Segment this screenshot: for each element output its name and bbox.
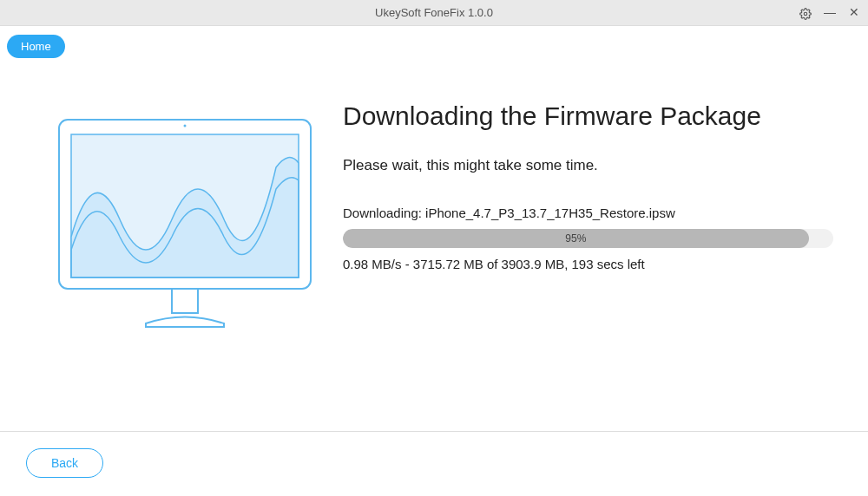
svg-point-0	[804, 12, 807, 16]
progress-bar: 95%	[343, 229, 833, 248]
app-title: UkeySoft FoneFix 1.0.0	[375, 6, 493, 19]
minimize-icon[interactable]: —	[823, 5, 837, 19]
toolbar: Home	[0, 26, 868, 58]
progress-percent-label: 95%	[565, 232, 586, 245]
page-title: Downloading the Firmware Package	[343, 101, 833, 131]
svg-point-2	[183, 125, 186, 127]
download-stats: 0.98 MB/s - 3715.72 MB of 3903.9 MB, 193…	[343, 257, 833, 271]
titlebar: UkeySoft FoneFix 1.0.0 — ✕	[0, 0, 868, 26]
progress-fill: 95%	[343, 229, 809, 248]
download-filename: Downloading: iPhone_4.7_P3_13.7_17H35_Re…	[343, 206, 833, 220]
window-controls: — ✕	[799, 5, 861, 19]
close-icon[interactable]: ✕	[847, 5, 861, 19]
home-tab[interactable]: Home	[7, 35, 65, 58]
illustration	[35, 101, 334, 414]
main-content: Downloading the Firmware Package Please …	[0, 58, 868, 431]
text-column: Downloading the Firmware Package Please …	[334, 101, 833, 414]
monitor-download-icon	[50, 115, 319, 341]
footer: Back	[0, 431, 868, 493]
wait-message: Please wait, this might take some time.	[343, 157, 833, 174]
gear-icon[interactable]	[799, 5, 812, 19]
back-button[interactable]: Back	[26, 448, 103, 478]
